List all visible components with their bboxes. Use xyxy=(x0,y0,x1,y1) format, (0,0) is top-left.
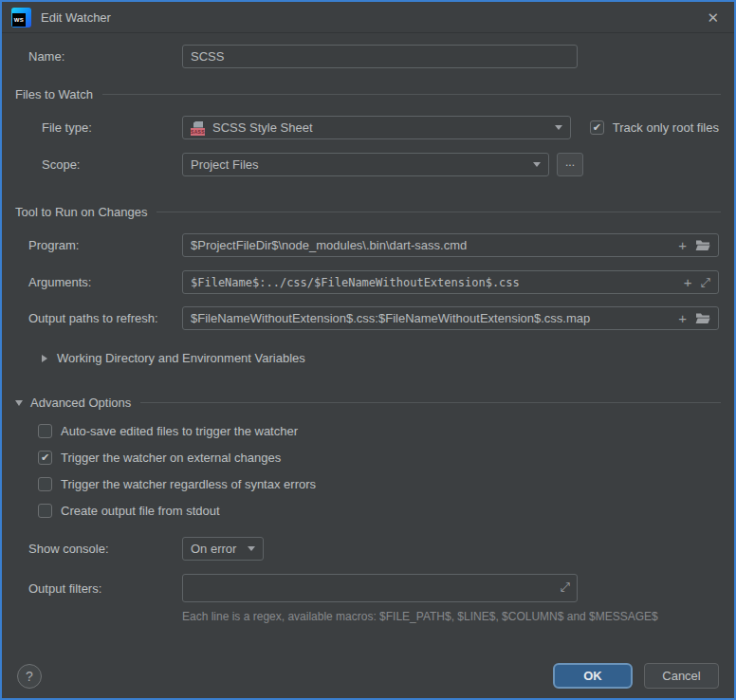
browse-folder-icon[interactable] xyxy=(695,239,710,251)
show-console-combobox[interactable]: On error xyxy=(182,537,264,561)
section-separator xyxy=(140,402,721,403)
tool-to-run-label: Tool to Run on Changes xyxy=(15,205,147,219)
program-label: Program: xyxy=(28,238,182,252)
files-to-watch-section-header: Files to Watch xyxy=(15,87,721,101)
external-changes-checkbox[interactable]: ✔ xyxy=(38,451,52,465)
syntax-errors-checkbox-row: Trigger the watcher regardless of syntax… xyxy=(38,477,719,491)
arguments-label: Arguments: xyxy=(28,275,182,289)
output-paths-label: Output paths to refresh: xyxy=(28,311,182,325)
output-filters-input[interactable] xyxy=(183,575,577,601)
scope-value: Project Files xyxy=(191,157,259,172)
track-root-files-label: Track only root files xyxy=(613,120,719,135)
expand-field-icon[interactable]: ⤢ xyxy=(701,276,710,288)
scope-browse-button[interactable]: ... xyxy=(557,153,583,176)
program-input[interactable]: $ProjectFileDir$\node_modules\.bin\dart-… xyxy=(182,233,719,257)
working-directory-label: Working Directory and Environment Variab… xyxy=(57,351,305,365)
output-filters-label: Output filters: xyxy=(28,581,182,596)
arguments-row: Arguments: $FileName$:../css/$FileNameWi… xyxy=(28,270,719,294)
output-paths-input[interactable]: $FileNameWithoutExtension$.css:$FileName… xyxy=(182,306,719,330)
tool-to-run-section-header: Tool to Run on Changes xyxy=(15,205,721,219)
scope-row: Scope: Project Files ... xyxy=(28,153,719,176)
stdout-checkbox[interactable] xyxy=(38,504,52,518)
file-type-value: SCSS Style Sheet xyxy=(212,120,313,135)
program-value: $ProjectFileDir$\node_modules\.bin\dart-… xyxy=(191,238,467,252)
dialog-title: Edit Watcher xyxy=(41,10,111,25)
name-label: Name: xyxy=(28,49,182,64)
chevron-down-icon xyxy=(15,400,23,406)
browse-folder-icon[interactable] xyxy=(695,312,710,324)
advanced-options-label: Advanced Options xyxy=(30,396,131,410)
name-row: Name: SCSS xyxy=(28,45,719,68)
scss-file-icon: SASS xyxy=(191,120,206,136)
question-icon: ? xyxy=(26,669,33,684)
file-type-label: File type: xyxy=(28,120,182,135)
show-console-label: Show console: xyxy=(28,542,182,556)
title-bar: WS Edit Watcher ✕ xyxy=(2,2,734,33)
help-button[interactable]: ? xyxy=(17,664,42,689)
scss-file-page-shape xyxy=(193,121,203,128)
section-separator xyxy=(102,94,721,95)
scope-label: Scope: xyxy=(28,157,182,172)
chevron-right-icon xyxy=(42,355,47,362)
section-separator xyxy=(156,212,721,212)
name-input[interactable]: SCSS xyxy=(182,45,578,68)
show-console-row: Show console: On error xyxy=(28,537,719,561)
close-icon[interactable]: ✕ xyxy=(703,9,723,27)
edit-watcher-dialog: WS Edit Watcher ✕ Name: SCSS Files to Wa… xyxy=(0,0,736,700)
webstorm-logo-icon: WS xyxy=(11,8,31,28)
ok-button[interactable]: OK xyxy=(553,663,633,689)
track-root-files-row: ✔ Track only root files xyxy=(590,120,719,135)
arguments-field-icons: + ⤢ xyxy=(684,275,710,289)
insert-macro-icon[interactable]: + xyxy=(678,238,687,252)
advanced-options-toggle[interactable]: Advanced Options xyxy=(15,396,721,410)
insert-macro-icon[interactable]: + xyxy=(684,275,692,289)
checkmark-icon: ✔ xyxy=(41,452,49,463)
external-changes-checkbox-row: ✔ Trigger the watcher on external change… xyxy=(38,451,719,465)
checkmark-icon: ✔ xyxy=(593,122,601,133)
cancel-button[interactable]: Cancel xyxy=(644,663,719,689)
program-row: Program: $ProjectFileDir$\node_modules\.… xyxy=(28,233,719,257)
track-root-files-checkbox[interactable]: ✔ xyxy=(590,120,604,135)
autosave-checkbox-row: Auto-save edited files to trigger the wa… xyxy=(38,424,719,438)
dialog-body: Name: SCSS Files to Watch File type: SAS… xyxy=(2,33,734,698)
output-paths-value: $FileNameWithoutExtension$.css:$FileName… xyxy=(191,311,590,325)
scope-combobox[interactable]: Project Files xyxy=(182,153,549,176)
output-filters-hint: Each line is a regex, available macros: … xyxy=(182,610,719,623)
autosave-label: Auto-save edited files to trigger the wa… xyxy=(61,424,298,438)
name-value: SCSS xyxy=(191,49,224,64)
webstorm-logo-text: WS xyxy=(12,13,26,27)
scss-badge: SASS xyxy=(191,128,205,136)
stdout-checkbox-row: Create output file from stdout xyxy=(38,504,719,518)
show-console-value: On error xyxy=(191,542,236,556)
output-filters-field: ⤢ xyxy=(182,574,578,602)
syntax-errors-checkbox[interactable] xyxy=(38,477,52,491)
output-paths-field-icons: + xyxy=(678,311,710,325)
output-paths-row: Output paths to refresh: $FileNameWithou… xyxy=(28,306,719,330)
file-type-combobox[interactable]: SASS SCSS Style Sheet xyxy=(182,116,571,139)
arguments-input[interactable]: $FileName$:../css/$FileNameWithoutExtens… xyxy=(182,270,719,294)
file-type-row: File type: SASS SCSS Style Sheet ✔ Track… xyxy=(28,116,719,139)
output-filters-row: Output filters: ⤢ xyxy=(28,574,719,602)
expand-field-icon[interactable]: ⤢ xyxy=(561,580,570,593)
arguments-value: $FileName$:../css/$FileNameWithoutExtens… xyxy=(191,276,520,289)
syntax-errors-label: Trigger the watcher regardless of syntax… xyxy=(61,477,316,491)
files-to-watch-label: Files to Watch xyxy=(15,87,93,101)
program-field-icons: + xyxy=(678,238,710,252)
chevron-down-icon xyxy=(533,162,541,167)
stdout-label: Create output file from stdout xyxy=(61,504,220,518)
chevron-down-icon xyxy=(248,546,255,551)
footer-bar: ? OK Cancel xyxy=(2,663,734,698)
external-changes-label: Trigger the watcher on external changes xyxy=(61,451,281,465)
autosave-checkbox[interactable] xyxy=(38,424,52,438)
chevron-down-icon xyxy=(555,125,562,130)
working-directory-toggle[interactable]: Working Directory and Environment Variab… xyxy=(42,351,719,365)
insert-macro-icon[interactable]: + xyxy=(678,311,687,325)
